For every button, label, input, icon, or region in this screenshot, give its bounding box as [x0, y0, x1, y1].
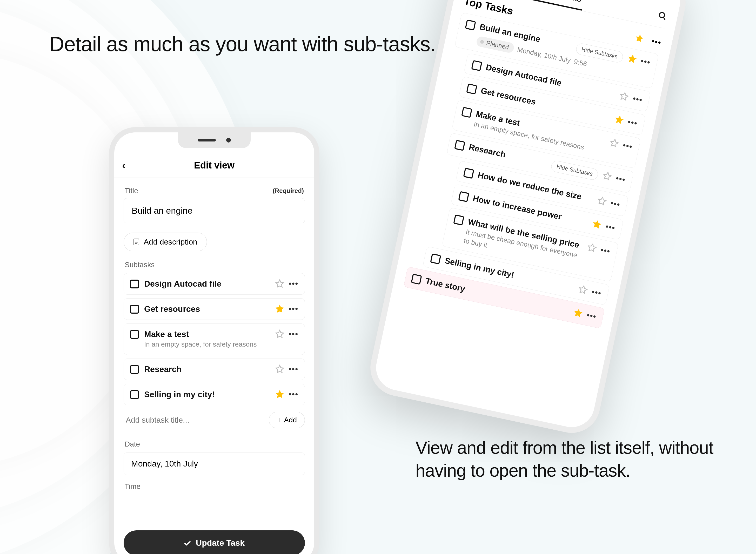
- star-icon[interactable]: [587, 242, 598, 254]
- svg-line-5: [663, 17, 666, 20]
- time-label: Time: [124, 482, 305, 493]
- tab-top-tasks-label: Top Tasks: [544, 0, 582, 4]
- edit-view-header: ‹ Edit view: [114, 153, 314, 178]
- more-icon[interactable]: •••: [651, 37, 662, 47]
- checkbox[interactable]: [130, 365, 139, 374]
- task-list: Build an engine Hide Subtasks Planned Mo…: [384, 12, 659, 422]
- back-icon[interactable]: ‹: [122, 159, 126, 172]
- star-icon[interactable]: [573, 308, 584, 319]
- subtask-title: Research: [144, 365, 270, 374]
- subtask-item[interactable]: Research •••: [124, 358, 305, 380]
- title-input[interactable]: Build an engine: [124, 198, 305, 223]
- header-title: Edit view: [122, 160, 307, 171]
- checkbox[interactable]: [130, 330, 139, 339]
- checkbox[interactable]: [130, 390, 139, 399]
- required-label: (Required): [273, 187, 304, 195]
- star-icon[interactable]: [634, 33, 645, 44]
- plus-icon: +: [277, 416, 281, 425]
- update-task-button[interactable]: Update Task: [124, 531, 305, 554]
- star-icon[interactable]: [275, 304, 284, 314]
- checkbox[interactable]: [411, 274, 422, 285]
- star-icon[interactable]: [275, 390, 284, 399]
- more-icon[interactable]: •••: [610, 199, 621, 209]
- update-task-label: Update Task: [196, 538, 245, 548]
- subtask-desc: In an empty space, for safety reasons: [144, 340, 270, 349]
- checkbox[interactable]: [453, 214, 464, 226]
- subtask-title: Get resources: [144, 304, 270, 314]
- star-icon[interactable]: [627, 53, 638, 64]
- star-icon[interactable]: [275, 279, 284, 288]
- add-button-label: Add: [284, 416, 297, 424]
- more-icon[interactable]: •••: [288, 279, 299, 288]
- add-subtask-row: + Add: [124, 411, 305, 429]
- subtask-title: Selling in my city!: [144, 390, 270, 399]
- subtask-list: Design Autocad file ••• Get resources ••…: [124, 273, 305, 405]
- more-icon[interactable]: •••: [627, 117, 638, 128]
- star-icon[interactable]: [609, 137, 620, 149]
- checkbox[interactable]: [465, 19, 476, 31]
- date-input[interactable]: Monday, 10th July: [124, 452, 305, 475]
- more-icon[interactable]: •••: [288, 365, 299, 374]
- date-label: Date: [124, 440, 305, 450]
- star-icon[interactable]: [618, 91, 630, 102]
- subtask-title: Make a test: [144, 329, 270, 339]
- more-icon[interactable]: •••: [605, 222, 616, 233]
- check-icon: [184, 541, 191, 546]
- search-icon[interactable]: [656, 11, 668, 25]
- more-icon[interactable]: •••: [586, 311, 597, 321]
- hide-subtasks-button[interactable]: Hide Subtasks: [550, 160, 599, 181]
- checkbox[interactable]: [454, 140, 466, 151]
- subtask-item[interactable]: Selling in my city! •••: [124, 384, 305, 405]
- add-subtask-button[interactable]: + Add: [269, 412, 305, 428]
- more-icon[interactable]: •••: [615, 174, 627, 184]
- star-icon[interactable]: [592, 219, 603, 230]
- add-subtask-input[interactable]: [124, 411, 265, 429]
- checkbox[interactable]: [430, 254, 441, 265]
- subtask-title: Design Autocad file: [144, 279, 270, 289]
- title-label-row: Title (Required): [124, 178, 305, 198]
- checkbox[interactable]: [130, 280, 139, 288]
- star-icon[interactable]: [614, 114, 625, 125]
- checkbox[interactable]: [461, 107, 472, 118]
- more-icon[interactable]: •••: [591, 287, 602, 298]
- more-icon[interactable]: •••: [288, 390, 299, 399]
- more-icon[interactable]: •••: [600, 245, 611, 256]
- star-icon[interactable]: [602, 171, 613, 182]
- subtask-item[interactable]: Make a test In an empty space, for safet…: [124, 324, 305, 355]
- more-icon[interactable]: •••: [622, 141, 634, 151]
- svg-point-4: [659, 12, 665, 18]
- task-time: 9:56: [573, 57, 588, 68]
- more-icon[interactable]: •••: [632, 94, 644, 105]
- star-icon[interactable]: [578, 284, 589, 295]
- star-icon[interactable]: [275, 329, 284, 339]
- checkbox[interactable]: [463, 168, 474, 179]
- title-label: Title: [125, 187, 138, 195]
- star-icon[interactable]: [275, 365, 284, 374]
- phone-top-tasks: Last Activity Top Tasks Top Tasks: [365, 0, 691, 438]
- phone-edit-view: ‹ Edit view Title (Required) Build an en…: [109, 127, 319, 554]
- more-icon[interactable]: •••: [288, 330, 299, 338]
- checkbox[interactable]: [471, 60, 482, 71]
- document-icon: [133, 238, 140, 245]
- phone-notch: [178, 132, 251, 148]
- more-icon[interactable]: •••: [288, 304, 299, 313]
- subtask-item[interactable]: Get resources •••: [124, 298, 305, 320]
- headline-left: Detail as much as you want with sub-task…: [49, 31, 436, 57]
- more-icon[interactable]: •••: [640, 56, 651, 67]
- subtasks-label: Subtasks: [124, 261, 305, 271]
- add-description-label: Add description: [144, 237, 197, 246]
- checkbox[interactable]: [458, 191, 469, 202]
- star-icon[interactable]: [597, 196, 608, 207]
- checkbox[interactable]: [466, 83, 477, 95]
- checkbox[interactable]: [130, 305, 139, 314]
- headline-right: View and edit from the list itself, with…: [416, 436, 756, 482]
- tab-top-tasks[interactable]: Top Tasks: [530, 0, 586, 11]
- add-description-button[interactable]: Add description: [124, 233, 207, 251]
- subtask-item[interactable]: Design Autocad file •••: [124, 273, 305, 295]
